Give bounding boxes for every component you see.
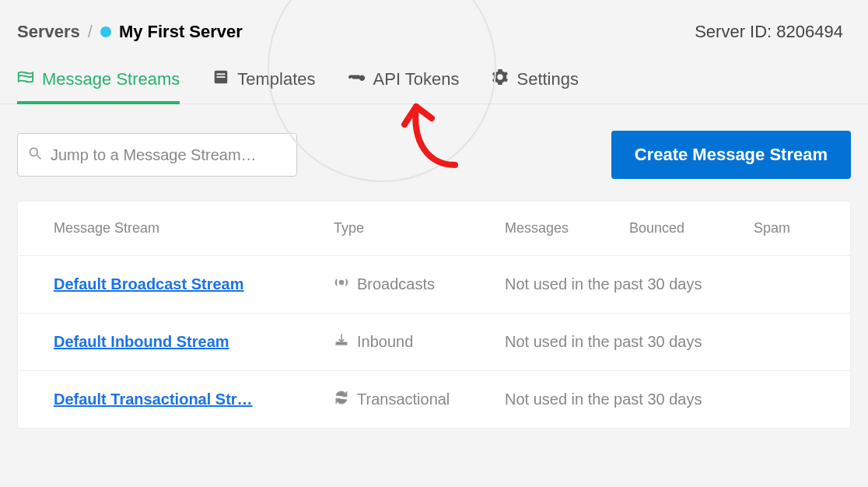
table-row: Default Transactional Str… Transactional… xyxy=(18,371,850,428)
svg-line-4 xyxy=(37,156,41,159)
breadcrumb-current: My First Server xyxy=(119,22,243,42)
search-box[interactable] xyxy=(17,133,297,177)
table-row: Default Broadcast Stream Broadcasts Not … xyxy=(18,256,850,314)
stream-link[interactable]: Default Broadcast Stream xyxy=(54,275,334,293)
server-id-value: 8206494 xyxy=(776,22,843,41)
stream-link[interactable]: Default Transactional Str… xyxy=(54,391,334,408)
col-bounced: Bounced xyxy=(629,220,754,236)
type-label: Broadcasts xyxy=(357,275,435,293)
svg-rect-1 xyxy=(217,73,226,75)
tab-message-streams[interactable]: Message Streams xyxy=(17,68,180,104)
tab-api-tokens[interactable]: API Tokens xyxy=(348,68,460,104)
row-status: Not used in the past 30 days xyxy=(505,275,814,293)
breadcrumb-root[interactable]: Servers xyxy=(17,22,80,42)
tab-label: Templates xyxy=(237,69,315,89)
row-status: Not used in the past 30 days xyxy=(505,333,814,351)
page-header: Servers / My First Server Server ID: 820… xyxy=(0,0,868,54)
breadcrumb: Servers / My First Server xyxy=(17,22,243,42)
streams-icon xyxy=(17,68,34,90)
table-row: Default Inbound Stream Inbound Not used … xyxy=(18,314,850,371)
streams-table: Message Stream Type Messages Bounced Spa… xyxy=(17,201,851,429)
table-header: Message Stream Type Messages Bounced Spa… xyxy=(18,201,850,256)
stream-link[interactable]: Default Inbound Stream xyxy=(54,333,334,351)
inbound-icon xyxy=(334,332,349,352)
type-cell: Transactional xyxy=(334,390,505,409)
tab-templates[interactable]: Templates xyxy=(212,68,315,104)
key-icon xyxy=(348,68,366,90)
gear-icon xyxy=(492,68,509,90)
transactional-icon xyxy=(334,390,349,409)
create-message-stream-button[interactable]: Create Message Stream xyxy=(611,131,851,179)
server-id-label: Server ID: xyxy=(695,22,772,41)
type-cell: Inbound xyxy=(334,332,505,352)
search-input[interactable] xyxy=(51,146,287,164)
svg-point-3 xyxy=(30,148,37,156)
type-label: Inbound xyxy=(357,333,413,351)
toolbar: Create Message Stream xyxy=(0,104,868,201)
tab-label: Settings xyxy=(516,69,579,89)
type-cell: Broadcasts xyxy=(334,275,505,294)
breadcrumb-separator: / xyxy=(88,22,93,42)
search-icon xyxy=(27,145,43,164)
col-stream: Message Stream xyxy=(54,220,334,236)
tab-settings[interactable]: Settings xyxy=(492,68,579,104)
tab-bar: Message Streams Templates API Tokens Set… xyxy=(0,54,868,104)
templates-icon xyxy=(212,68,229,90)
col-messages: Messages xyxy=(505,220,629,236)
broadcast-icon xyxy=(334,275,349,294)
server-color-dot xyxy=(100,26,111,37)
tab-label: Message Streams xyxy=(42,69,180,89)
svg-point-5 xyxy=(340,281,344,285)
row-status: Not used in the past 30 days xyxy=(505,391,814,408)
server-id: Server ID: 8206494 xyxy=(695,22,843,42)
col-type: Type xyxy=(334,220,505,236)
type-label: Transactional xyxy=(357,391,450,408)
col-spam: Spam xyxy=(754,220,814,236)
tab-label: API Tokens xyxy=(373,69,460,89)
svg-rect-2 xyxy=(217,76,226,78)
